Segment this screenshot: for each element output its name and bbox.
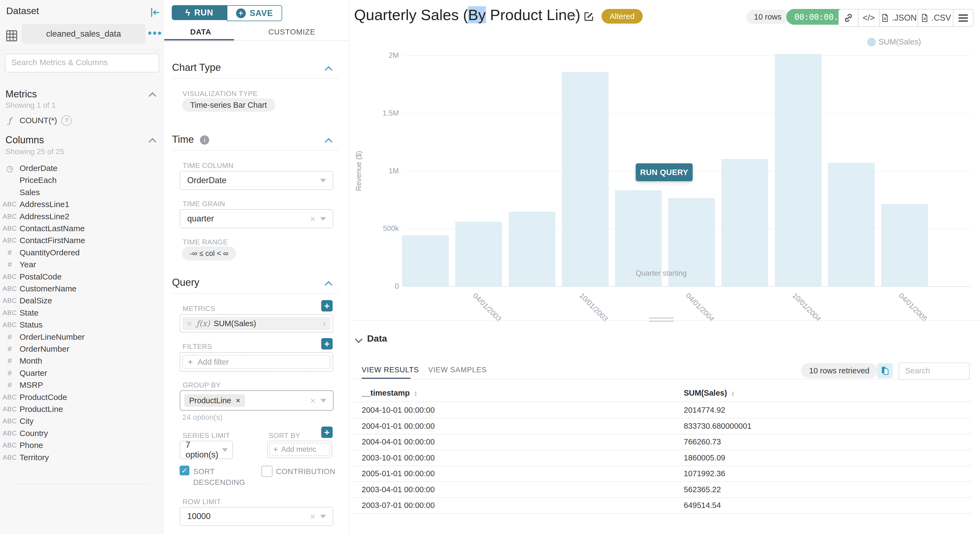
group-by-select[interactable]: ProductLine × × [180, 390, 334, 411]
data-panel-header[interactable]: Data [367, 333, 387, 344]
time-column-select[interactable]: OrderDate [180, 171, 333, 190]
column-list-item[interactable]: #OrderLineNumber [0, 331, 164, 343]
column-list-item[interactable]: ABCContactFirstName [0, 234, 164, 246]
column-name: State [19, 308, 38, 318]
dataset-more-menu[interactable]: ••• [148, 27, 162, 39]
columns-collapse-icon[interactable] [149, 138, 156, 146]
column-list-item[interactable]: ABCProductLine [0, 403, 164, 415]
query-collapse-icon[interactable] [325, 281, 332, 289]
sort-icons: ▲▼ [731, 391, 735, 396]
add-sort-metric-plus-button[interactable]: + [321, 426, 332, 438]
save-button[interactable]: + SAVE [227, 5, 282, 21]
add-sort-metric-button[interactable]: + Add metric [269, 443, 330, 456]
column-list-item[interactable]: Sales [0, 186, 164, 199]
hash-icon: # [0, 381, 19, 389]
bar-2005-01-01[interactable] [828, 163, 875, 286]
column-name: ContactFirstName [19, 236, 85, 245]
clear-icon[interactable]: × [310, 511, 315, 522]
sort-icons: ▲▼ [414, 391, 418, 396]
time-range-pill[interactable]: -∞ ≤ col < ∞ [182, 246, 236, 261]
column-list-item[interactable]: ABCState [0, 307, 164, 319]
viz-type-pill[interactable]: Time-series Bar Chart [182, 98, 275, 112]
column-list-item[interactable]: #Month [0, 355, 164, 367]
time-grain-select[interactable]: quarter × [180, 209, 333, 228]
time-collapse-icon[interactable] [325, 138, 332, 146]
cell-timestamp: 2004-01-01 00:00:00 [362, 421, 435, 430]
column-list-item[interactable]: ABCPostalCode [0, 271, 164, 283]
metric-item-label: COUNT(*) [19, 116, 57, 125]
remove-metric-icon[interactable]: × [187, 318, 192, 329]
column-list-item[interactable]: #Year [0, 259, 164, 270]
column-list-item[interactable]: ABCTerritory [0, 451, 164, 464]
metric-chip[interactable]: × ƒ(x) SUM(Sales) › [182, 317, 331, 330]
metrics-collapse-icon[interactable] [149, 92, 156, 100]
dataset-name: cleaned_sales_data [46, 29, 121, 39]
table-row[interactable]: 2004-04-01 00:00:00766260.73 [353, 434, 971, 450]
column-list-item[interactable]: ABCCustomerName [0, 283, 164, 295]
search-metrics-columns-input[interactable] [11, 54, 153, 70]
table-row[interactable]: 2004-01-01 00:00:00833730.680000001 [353, 418, 971, 434]
data-panel-collapse-icon[interactable] [355, 335, 363, 343]
column-list-item[interactable]: ◷OrderDate [0, 162, 164, 174]
column-list-item[interactable]: ABCCity [0, 415, 164, 427]
clear-icon[interactable]: × [310, 395, 315, 406]
column-list-item[interactable]: PriceEach [0, 174, 164, 186]
contribution-checkbox[interactable] [261, 466, 273, 477]
metric-item-count[interactable]: ƒ COUNT(*) ? [0, 114, 164, 127]
tab-customize[interactable]: CUSTOMIZE [268, 28, 315, 37]
table-row[interactable]: 2003-04-01 00:00:00562365.22 [353, 482, 971, 498]
run-button[interactable]: ϟ RUN [172, 5, 227, 20]
column-list-item[interactable]: ABCContactLastName [0, 222, 164, 234]
chart-type-collapse-icon[interactable] [325, 66, 332, 74]
column-header-timestamp[interactable]: __timestamp▲▼ [362, 389, 418, 397]
collapse-sidebar-icon[interactable] [149, 6, 161, 19]
column-list-item[interactable]: ABCProductCode [0, 391, 164, 403]
column-header-metric[interactable]: SUM(Sales)▲▼ [684, 389, 735, 397]
add-metric-plus-button[interactable]: + [321, 300, 332, 312]
x-axis-title: Quarter starting [636, 269, 687, 278]
column-list-item[interactable]: ABCDealSize [0, 295, 164, 307]
table-row[interactable]: 2005-01-01 00:00:001071992.36 [353, 466, 971, 482]
series-limit-select[interactable]: 7 option(s) [180, 441, 233, 459]
abc-icon: ABC [0, 285, 19, 292]
cell-timestamp: 2003-07-01 00:00:00 [362, 501, 435, 510]
run-query-button[interactable]: RUN QUERY [636, 163, 693, 181]
column-list-item[interactable]: ABCCountry [0, 428, 164, 439]
bar-2004-07-01[interactable] [721, 159, 768, 286]
add-filter-plus-button[interactable]: + [321, 338, 332, 350]
dataset-selector[interactable]: cleaned_sales_data [22, 24, 145, 44]
cell-metric-value: 766260.73 [684, 437, 721, 447]
column-list-item[interactable]: #OrderNumber [0, 343, 164, 355]
column-list-item[interactable]: #MSRP [0, 379, 164, 391]
row-limit-select[interactable]: 10000 × [180, 507, 333, 526]
bar-2003-04-01[interactable] [455, 222, 502, 286]
remove-tag-icon[interactable]: × [236, 396, 240, 405]
bar-2003-07-01[interactable] [509, 211, 555, 286]
column-list-item[interactable]: ABCAddressLine1 [0, 199, 164, 210]
abc-icon: ABC [0, 454, 19, 461]
bar-2003-10-01[interactable] [562, 72, 609, 286]
column-list-item[interactable]: #Quarter [0, 367, 164, 379]
tab-view-samples[interactable]: VIEW SAMPLES [428, 366, 487, 374]
column-list-item[interactable]: ABCPhone [0, 439, 164, 451]
metric-help-icon[interactable]: ? [61, 115, 72, 126]
add-filter-button[interactable]: + Add filter [182, 355, 331, 369]
column-list-item[interactable]: ABCAddressLine2 [0, 211, 164, 222]
contribution-label: CONTRIBUTION [276, 467, 335, 476]
table-row[interactable]: 2004-10-01 00:00:002014774.92 [353, 402, 971, 418]
column-name: ContactLastName [19, 224, 85, 233]
tab-view-results[interactable]: VIEW RESULTS [362, 366, 419, 374]
bar-2005-04-01[interactable] [881, 204, 928, 286]
clear-icon[interactable]: × [310, 213, 315, 224]
column-list-item[interactable]: ABCStatus [0, 319, 164, 331]
bar-2004-10-01[interactable] [775, 54, 822, 286]
sort-descending-checkbox[interactable]: ✓ [180, 466, 189, 475]
copy-data-button[interactable] [877, 363, 893, 378]
table-row[interactable]: 2003-10-01 00:00:001860005.09 [353, 450, 971, 466]
tab-data[interactable]: DATA [190, 28, 212, 37]
data-search-input[interactable] [905, 363, 970, 378]
table-row[interactable]: 2003-07-01 00:00:00649514.54 [353, 497, 971, 513]
chart-legend[interactable]: SUM(Sales) [867, 37, 921, 46]
bar-2003-01-01[interactable] [402, 235, 449, 286]
column-list-item[interactable]: #QuantityOrdered [0, 246, 164, 259]
